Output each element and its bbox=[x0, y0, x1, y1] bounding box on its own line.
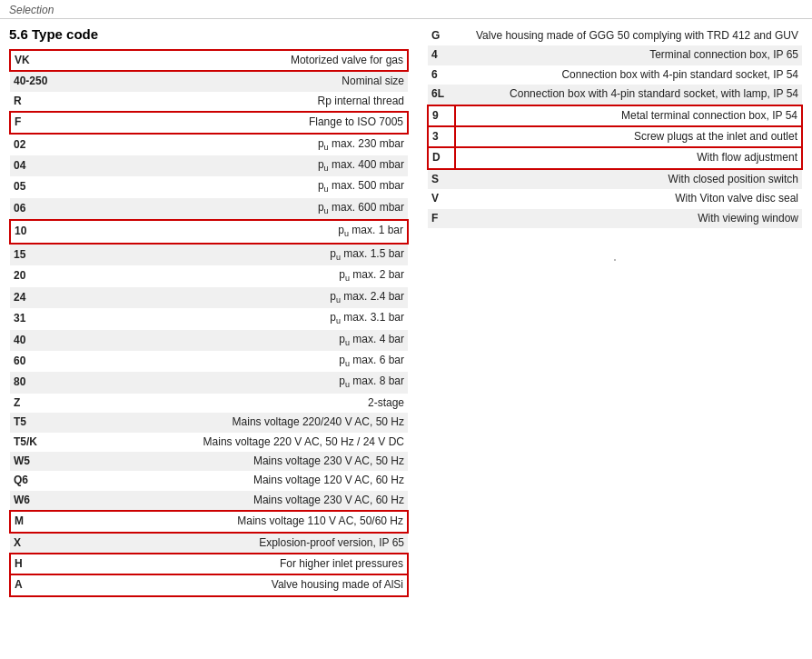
right-code-cell: G bbox=[428, 26, 455, 45]
header-title: Selection bbox=[9, 4, 54, 16]
left-desc-cell: Flange to ISO 7005 bbox=[83, 112, 408, 133]
left-code-cell: A bbox=[10, 574, 83, 595]
left-desc-cell: Motorized valve for gas bbox=[83, 50, 408, 71]
left-code-cell: 06 bbox=[10, 198, 83, 220]
left-code-cell: M bbox=[10, 511, 83, 532]
left-desc-cell: pu max. 8 bar bbox=[83, 372, 408, 393]
left-desc-cell: pu max. 1 bar bbox=[83, 220, 408, 243]
right-code-cell: D bbox=[428, 147, 455, 168]
left-code-cell: 24 bbox=[10, 287, 83, 308]
left-code-cell: 04 bbox=[10, 155, 83, 176]
section-title: 5.6 Type code bbox=[9, 26, 418, 42]
dot-area: . bbox=[427, 228, 803, 284]
page-header: Selection bbox=[0, 0, 812, 19]
left-code-cell: 02 bbox=[10, 134, 83, 155]
right-column: GValve housing made of GGG 50 complying … bbox=[427, 26, 803, 597]
right-code-cell: F bbox=[428, 209, 455, 228]
right-desc-cell: Terminal connection box, IP 65 bbox=[455, 45, 802, 65]
right-desc-cell: With flow adjustment bbox=[455, 147, 802, 168]
left-desc-cell: pu max. 400 mbar bbox=[83, 155, 408, 176]
left-code-cell: X bbox=[10, 533, 83, 554]
right-desc-cell: Metal terminal connection box, IP 54 bbox=[455, 105, 802, 126]
left-code-cell: 60 bbox=[10, 351, 83, 372]
right-code-cell: 6L bbox=[428, 85, 455, 105]
left-code-cell: W6 bbox=[10, 491, 83, 511]
left-column: 5.6 Type code VKMotorized valve for gas4… bbox=[9, 26, 418, 597]
left-desc-cell: pu max. 500 mbar bbox=[83, 176, 408, 197]
right-table: GValve housing made of GGG 50 complying … bbox=[427, 26, 803, 228]
left-desc-cell: pu max. 3.1 bar bbox=[83, 308, 408, 329]
right-desc-cell: With closed position switch bbox=[455, 169, 802, 189]
left-code-cell: 15 bbox=[10, 244, 83, 265]
right-code-cell: 4 bbox=[428, 45, 455, 65]
left-code-cell: 40 bbox=[10, 330, 83, 351]
left-code-cell: T5 bbox=[10, 413, 83, 432]
left-desc-cell: Mains voltage 220 V AC, 50 Hz / 24 V DC bbox=[83, 433, 408, 452]
left-desc-cell: pu max. 1.5 bar bbox=[83, 244, 408, 265]
left-desc-cell: 2-stage bbox=[83, 394, 408, 413]
left-code-cell: 05 bbox=[10, 176, 83, 197]
left-desc-cell: Mains voltage 120 V AC, 60 Hz bbox=[83, 471, 408, 490]
left-desc-cell: Mains voltage 220/240 V AC, 50 Hz bbox=[83, 413, 408, 432]
right-desc-cell: With Viton valve disc seal bbox=[455, 189, 802, 208]
left-desc-cell: Nominal size bbox=[83, 71, 408, 91]
right-desc-cell: Connection box with 4-pin standard socke… bbox=[455, 85, 802, 105]
left-desc-cell: pu max. 600 mbar bbox=[83, 198, 408, 220]
left-desc-cell: pu max. 6 bar bbox=[83, 351, 408, 372]
left-code-cell: W5 bbox=[10, 452, 83, 471]
right-code-cell: 3 bbox=[428, 126, 455, 147]
right-code-cell: 9 bbox=[428, 105, 455, 126]
right-desc-cell: Connection box with 4-pin standard socke… bbox=[455, 65, 802, 85]
left-code-cell: 10 bbox=[10, 220, 83, 243]
left-desc-cell: Mains voltage 230 V AC, 50 Hz bbox=[83, 452, 408, 471]
left-code-cell: R bbox=[10, 92, 83, 112]
left-code-cell: 20 bbox=[10, 265, 83, 286]
left-code-cell: Z bbox=[10, 394, 83, 413]
main-content: 5.6 Type code VKMotorized valve for gas4… bbox=[0, 19, 812, 604]
left-code-cell: 31 bbox=[10, 308, 83, 329]
left-code-cell: VK bbox=[10, 50, 83, 71]
left-desc-cell: Valve housing made of AlSi bbox=[83, 574, 408, 595]
right-code-cell: V bbox=[428, 189, 455, 208]
left-desc-cell: For higher inlet pressures bbox=[83, 554, 408, 574]
left-code-cell: H bbox=[10, 554, 83, 574]
left-code-cell: F bbox=[10, 112, 83, 133]
left-desc-cell: Explosion-proof version, IP 65 bbox=[83, 533, 408, 554]
left-desc-cell: pu max. 4 bar bbox=[83, 330, 408, 351]
left-desc-cell: Mains voltage 230 V AC, 60 Hz bbox=[83, 491, 408, 511]
left-desc-cell: Rp internal thread bbox=[83, 92, 408, 112]
left-table: VKMotorized valve for gas40-250Nominal s… bbox=[9, 49, 409, 597]
left-desc-cell: pu max. 2.4 bar bbox=[83, 287, 408, 308]
right-desc-cell: With viewing window bbox=[455, 209, 802, 228]
right-desc-cell: Valve housing made of GGG 50 complying w… bbox=[455, 26, 802, 45]
right-code-cell: 6 bbox=[428, 65, 455, 85]
left-desc-cell: pu max. 230 mbar bbox=[83, 134, 408, 155]
left-code-cell: Q6 bbox=[10, 471, 83, 490]
left-desc-cell: pu max. 2 bar bbox=[83, 265, 408, 286]
left-code-cell: 80 bbox=[10, 372, 83, 393]
left-code-cell: T5/K bbox=[10, 433, 83, 452]
left-code-cell: 40-250 bbox=[10, 71, 83, 91]
right-code-cell: S bbox=[428, 169, 455, 189]
right-desc-cell: Screw plugs at the inlet and outlet bbox=[455, 126, 802, 147]
left-desc-cell: Mains voltage 110 V AC, 50/60 Hz bbox=[83, 511, 408, 532]
